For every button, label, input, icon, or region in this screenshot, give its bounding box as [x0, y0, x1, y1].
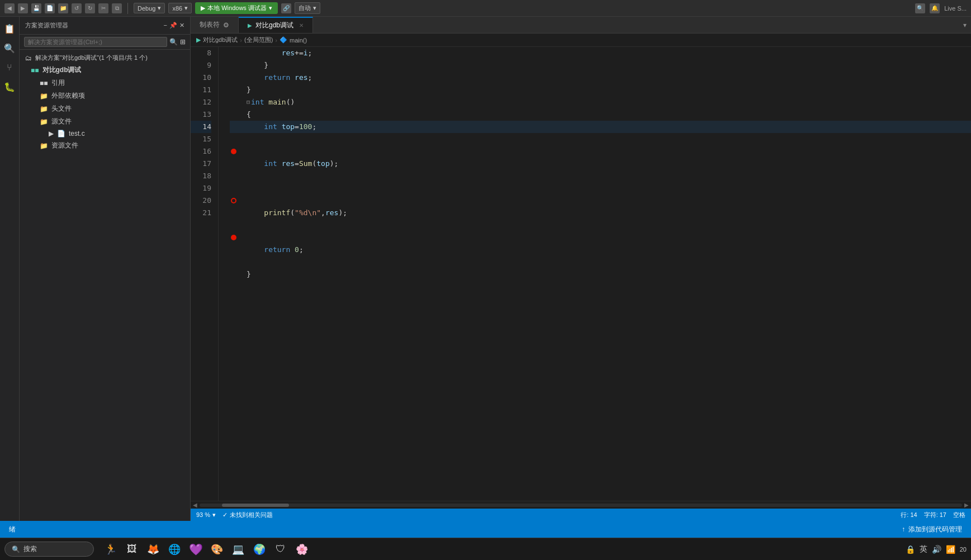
- fold-icon-12[interactable]: ⊟: [247, 96, 250, 108]
- minimize-sidebar-icon[interactable]: −: [164, 22, 167, 29]
- tab1-label: 制表符: [200, 20, 220, 30]
- references-label: 引用: [51, 78, 65, 88]
- files-icon[interactable]: 📋: [2, 21, 17, 36]
- toolbar-right: 🔍 🔔 Live S...: [915, 3, 967, 13]
- redo-icon[interactable]: ↻: [85, 3, 95, 13]
- code-line-12: ⊟int main(): [230, 96, 971, 108]
- sidebar: 方案资源管理器 − 📌 ✕ 🔍 ⊞ 🗂 解决方案"对比gdb调试"(1 个项目/…: [20, 17, 191, 521]
- new-file-icon[interactable]: 📄: [45, 3, 55, 13]
- sidebar-search-input[interactable]: [24, 37, 167, 47]
- run-debugger-button[interactable]: ▶ 本地 Windows 调试器 ▾: [195, 2, 278, 14]
- code-content[interactable]: res+=i; } return res; }: [219, 47, 971, 501]
- taskbar-runner-icon[interactable]: 🏃: [102, 540, 120, 558]
- project-item[interactable]: ■■ 对比gdb调试: [20, 64, 190, 77]
- code-line-15: [230, 133, 971, 145]
- code-line-10: return res;: [230, 72, 971, 84]
- taskbar-wps-icon[interactable]: 🛡: [272, 540, 290, 558]
- folder-icon[interactable]: 📁: [58, 3, 68, 13]
- breadcrumb-scope[interactable]: (全局范围): [244, 36, 273, 44]
- breadcrumb-nav-icon: 🔷: [280, 36, 287, 44]
- back-icon[interactable]: ◀: [4, 3, 15, 13]
- tab2-close-icon[interactable]: ✕: [299, 22, 304, 29]
- platform-dropdown[interactable]: x86 ▾: [168, 3, 192, 13]
- tabs-row: 制表符 ⚙ ▶ 对比gdb调试 ✕ ▾: [191, 17, 971, 34]
- main-layout: 📋 🔍 ⑂ 🐛 方案资源管理器 − 📌 ✕ 🔍 ⊞: [0, 17, 971, 521]
- pin-sidebar-icon[interactable]: 📌: [169, 22, 177, 29]
- live-share-button[interactable]: Live S...: [944, 5, 967, 12]
- breadcrumb-sep2: ›: [275, 37, 277, 44]
- taskbar-tray: 🔒 英 🔊 📶 20: [906, 544, 967, 554]
- bottom-status-bar: 绪 ↑ 添加到源代码管理: [0, 521, 971, 538]
- tray-language-icon[interactable]: 英: [920, 544, 927, 554]
- expand-icon[interactable]: ⊞: [180, 38, 186, 46]
- breakpoint-18[interactable]: [231, 198, 236, 203]
- debug-panel-icon[interactable]: 🐛: [2, 79, 17, 94]
- sidebar-tree: 🗂 解决方案"对比gdb调试"(1 个项目/共 1 个) ■■ 对比gdb调试 …: [20, 50, 190, 521]
- cut-icon[interactable]: ✂: [98, 3, 108, 13]
- forward-icon[interactable]: ▶: [18, 3, 28, 13]
- add-source-label[interactable]: 添加到源代码管理: [908, 525, 962, 534]
- code-line-21: [230, 281, 971, 293]
- tray-wifi-icon[interactable]: 📶: [946, 545, 955, 554]
- source-item[interactable]: 📁 源文件: [20, 115, 190, 128]
- external-deps-item[interactable]: 📁 外部依赖项: [20, 89, 190, 102]
- taskbar-globe-icon[interactable]: 🌍: [250, 540, 268, 558]
- zoom-label: 93 %: [196, 511, 210, 518]
- tab1-settings-icon[interactable]: ⚙: [223, 21, 229, 29]
- search-input-icon[interactable]: 🔍: [169, 38, 178, 46]
- close-sidebar-icon[interactable]: ✕: [179, 22, 184, 29]
- debug-config-dropdown[interactable]: Debug ▾: [134, 3, 165, 13]
- taskbar-vs-icon[interactable]: 💜: [187, 540, 205, 558]
- attach-icon[interactable]: 🔗: [281, 3, 291, 13]
- headers-item[interactable]: 📁 头文件: [20, 102, 190, 115]
- copy-icon[interactable]: ⧉: [112, 3, 122, 13]
- taskbar-edge-icon[interactable]: 🌐: [165, 540, 183, 558]
- taskbar-pink-icon[interactable]: 🌸: [293, 540, 311, 558]
- taskbar-paint-icon[interactable]: 🎨: [208, 540, 226, 558]
- ext-deps-icon: 📁: [40, 92, 48, 100]
- project-label: 对比gdb调试: [42, 65, 82, 75]
- zoom-dropdown[interactable]: ▾: [212, 511, 216, 519]
- taskbar-window-icon[interactable]: 🖼: [123, 540, 141, 558]
- tabs-dropdown-icon[interactable]: ▾: [963, 21, 967, 29]
- code-line-17: [230, 182, 971, 194]
- testc-item[interactable]: ▶ 📄 test.c: [20, 128, 190, 139]
- save-icon[interactable]: 💾: [31, 3, 41, 13]
- breadcrumb-method[interactable]: main(): [290, 37, 307, 44]
- auto-arrow: ▾: [313, 4, 316, 12]
- solution-item[interactable]: 🗂 解决方案"对比gdb调试"(1 个项目/共 1 个): [20, 52, 190, 64]
- resources-item[interactable]: 📁 资源文件: [20, 139, 190, 152]
- scroll-left-btn[interactable]: ◀: [193, 502, 197, 508]
- taskbar-search[interactable]: 🔍 搜索: [4, 542, 94, 557]
- notification-icon[interactable]: 🔔: [930, 3, 940, 13]
- tray-volume-icon[interactable]: 🔊: [932, 545, 941, 554]
- separator-1: [127, 3, 128, 14]
- taskbar-firefox-icon[interactable]: 🦊: [144, 540, 162, 558]
- source-control-icon[interactable]: ⑂: [4, 60, 15, 75]
- add-source-icon[interactable]: ↑: [902, 525, 905, 533]
- scroll-track[interactable]: [200, 504, 962, 507]
- editor-area: 制表符 ⚙ ▶ 对比gdb调试 ✕ ▾ ▶ 对比gdb调试 › (全局范围) ›…: [191, 17, 971, 521]
- zoom-status[interactable]: 93 % ▾: [196, 511, 216, 519]
- auto-dropdown[interactable]: 自动 ▾: [295, 2, 320, 14]
- breadcrumb-project[interactable]: 对比gdb调试: [203, 36, 238, 44]
- scroll-right-btn[interactable]: ▶: [964, 502, 969, 508]
- taskbar-terminal-icon[interactable]: 💻: [229, 540, 247, 558]
- tray-lock-icon[interactable]: 🔒: [906, 545, 915, 554]
- search-icon[interactable]: 🔍: [2, 41, 17, 56]
- breadcrumb-icon: ▶: [196, 36, 201, 44]
- problems-status[interactable]: ✓ 未找到相关问题: [222, 511, 273, 519]
- headers-label: 头文件: [51, 104, 72, 113]
- main-toolbar: ◀ ▶ 💾 📄 📁 ↺ ↻ ✂ ⧉ Debug ▾ x86 ▾ ▶ 本地 Win…: [0, 0, 971, 17]
- search-toolbar-icon[interactable]: 🔍: [915, 3, 925, 13]
- breakpoint-19[interactable]: [231, 235, 236, 240]
- line-indicator: 行: 14: [901, 511, 917, 519]
- references-item[interactable]: ■■ 引用: [20, 77, 190, 89]
- breakpoint-16[interactable]: [231, 149, 236, 154]
- auto-label: 自动: [299, 4, 311, 12]
- tab-debug[interactable]: ▶ 对比gdb调试 ✕: [239, 17, 313, 33]
- tab-biaofu[interactable]: 制表符 ⚙: [191, 17, 239, 33]
- code-editor: 8 9 10 11 12 13 14 15 16 17 18 19 20 21: [191, 47, 971, 501]
- undo-icon[interactable]: ↺: [72, 3, 82, 13]
- scroll-thumb[interactable]: [222, 504, 289, 507]
